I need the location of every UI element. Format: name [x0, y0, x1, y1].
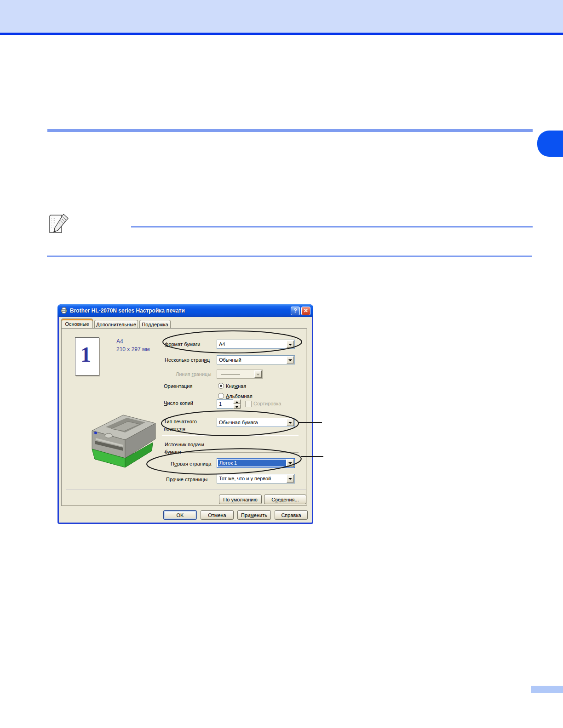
tab-page-basic: 1 A4 210 x 297 мм Формат бумаги — [61, 328, 307, 506]
portrait-label[interactable]: Книжная — [226, 383, 246, 389]
paper-preview: 1 — [75, 337, 99, 375]
chevron-down-icon[interactable] — [287, 356, 294, 364]
spin-up-icon[interactable] — [233, 399, 241, 404]
help-button[interactable]: Справка — [275, 510, 308, 520]
preview-page-number: 1 — [80, 344, 91, 365]
dialog-titlebar: Brother HL-2070N series Настройка печати… — [57, 304, 313, 317]
landscape-label[interactable]: Альбомная — [226, 393, 253, 399]
spin-down-icon[interactable] — [233, 404, 241, 409]
close-icon[interactable]: ✕ — [301, 307, 310, 315]
multipage-label: Несколько страниц — [165, 357, 210, 363]
source-group-label-line1: Источник подачи — [165, 442, 204, 447]
page-header-underline — [0, 33, 563, 35]
radio-dot — [220, 385, 222, 387]
printer-icon — [60, 307, 68, 314]
note-rule-top — [131, 226, 533, 228]
footer-separator — [66, 489, 306, 490]
chapter-edge-tab — [537, 131, 563, 157]
help-titlebar-button[interactable]: ? — [291, 307, 300, 315]
chevron-down-icon — [254, 370, 262, 378]
print-settings-dialog: Brother HL-2070N series Настройка печати… — [57, 304, 313, 524]
copies-stepper[interactable] — [233, 399, 241, 409]
paper-size-value: A4 — [219, 341, 225, 347]
multipage-dropdown[interactable]: Обычный — [217, 355, 295, 364]
paper-size-label: Формат бумаги — [165, 341, 200, 347]
paper-dimensions-text: 210 x 297 мм — [116, 346, 150, 353]
copies-input[interactable]: 1 — [217, 399, 233, 409]
paper-name-text: A4 — [116, 338, 123, 345]
chevron-down-icon[interactable] — [287, 419, 294, 426]
source-group-label-line2: бумаги — [165, 449, 181, 455]
apply-button[interactable]: Применить — [237, 510, 271, 520]
dialog-title: Brother HL-2070N series Настройка печати — [70, 307, 185, 314]
chevron-down-icon[interactable] — [287, 341, 294, 348]
paper-size-dropdown[interactable]: A4 — [217, 340, 295, 349]
portrait-radio[interactable] — [218, 383, 224, 389]
first-page-label: Первая страница — [171, 461, 211, 466]
source-group-border — [164, 452, 299, 453]
printer-illustration — [85, 410, 161, 469]
chevron-down-icon[interactable] — [287, 475, 294, 483]
page-header-band — [0, 0, 563, 33]
tab-basic[interactable]: Основные — [61, 318, 93, 328]
cancel-button[interactable]: Отмена — [201, 510, 234, 520]
details-button[interactable]: Сведения... — [264, 495, 306, 504]
other-pages-label: Прочие страницы — [166, 477, 207, 482]
media-type-value: Обычная бумага — [219, 420, 258, 425]
multipage-value: Обычный — [219, 357, 241, 363]
page-footer-bar — [531, 686, 563, 693]
first-page-dropdown[interactable]: Лоток 1 — [217, 458, 295, 468]
tab-support[interactable]: Поддержка — [139, 320, 171, 328]
section-rule — [47, 129, 533, 132]
manual-page: Brother HL-2070N series Настройка печати… — [0, 0, 563, 728]
media-type-dropdown[interactable]: Обычная бумага — [217, 418, 295, 427]
note-rule-bottom — [47, 256, 532, 257]
landscape-radio[interactable] — [218, 393, 224, 399]
chevron-down-icon[interactable] — [287, 459, 294, 467]
border-line-dropdown — [217, 370, 263, 379]
media-type-label-line2: носителя — [164, 426, 185, 432]
collate-label: Сортировка — [253, 401, 281, 406]
first-page-value: Лоток 1 — [218, 460, 286, 466]
media-type-label-line1: Тип печатного — [164, 419, 197, 424]
note-icon — [48, 213, 70, 234]
line-style-sample — [221, 374, 240, 375]
tab-advanced[interactable]: Дополнительные — [94, 320, 138, 328]
default-button[interactable]: По умолчанию — [219, 495, 262, 504]
copies-label: Число копий — [164, 400, 193, 406]
collate-checkbox — [245, 401, 252, 407]
ok-button[interactable]: OK — [163, 510, 197, 520]
border-line-label: Линия границы — [176, 371, 211, 377]
other-pages-value: Тот же, что и у первой — [219, 476, 271, 481]
media-source-separator — [162, 435, 299, 436]
orientation-label: Ориентация — [164, 383, 192, 389]
other-pages-dropdown[interactable]: Тот же, что и у первой — [217, 474, 295, 483]
